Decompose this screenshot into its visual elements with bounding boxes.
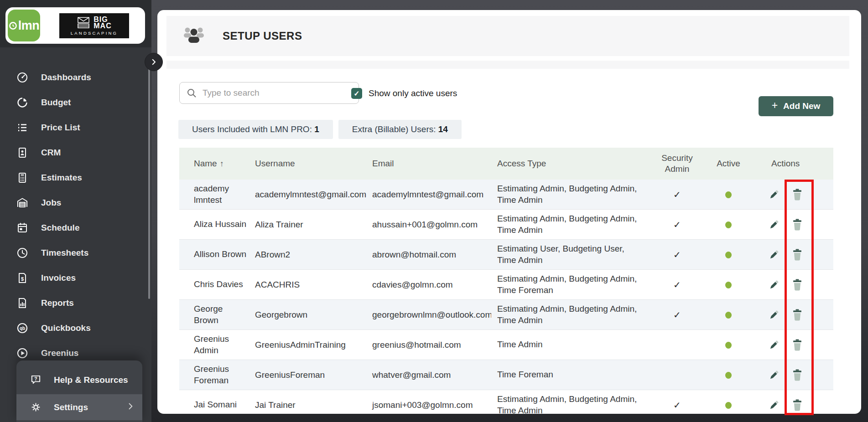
sidebar-bottom-card: ?Help & ResourcesSettings [16, 360, 142, 422]
sidebar-collapse-toggle[interactable] [145, 53, 163, 71]
email-cell: georgebrownlmn@outlook.com [366, 310, 491, 320]
table-row: Aliza HussainAliza Trainerahussain+001@g… [179, 210, 833, 240]
calendar-icon [16, 222, 28, 234]
active-cell [706, 190, 751, 200]
sidebar-item-schedule[interactable]: Schedule [0, 215, 151, 240]
edit-pencil-icon[interactable] [768, 399, 780, 412]
username-cell: Aliza Trainer [249, 220, 366, 230]
sidebar-item-settings[interactable]: Settings [16, 394, 142, 420]
column-header-email[interactable]: Email [366, 159, 491, 169]
email-cell: whatver@gmail.com [366, 370, 491, 380]
sidebar-item-label: Price List [41, 123, 80, 133]
sidebar-item-reports[interactable]: Reports [0, 290, 151, 315]
delete-trash-icon[interactable] [791, 369, 803, 381]
delete-trash-icon[interactable] [791, 248, 803, 261]
included-users-value: 1 [314, 124, 319, 134]
username-cell: Georgebrown [249, 310, 366, 320]
active-cell [706, 370, 751, 380]
actions-cell [751, 278, 833, 291]
user-name-cell: Greenius Foreman [179, 364, 249, 386]
delete-trash-icon[interactable] [791, 188, 803, 201]
edit-pencil-icon[interactable] [768, 248, 780, 261]
active-cell [706, 400, 751, 410]
gauge-icon [16, 72, 28, 83]
sidebar-item-jobs[interactable]: Jobs [0, 190, 151, 215]
svg-text:?: ? [34, 376, 37, 381]
sidebar-item-budget[interactable]: Budget [0, 90, 151, 115]
search-input[interactable] [203, 88, 348, 98]
report-icon [16, 297, 28, 309]
delete-trash-icon[interactable] [791, 339, 803, 351]
checkmark-icon: ✓ [673, 250, 681, 260]
search-icon [186, 87, 197, 98]
sidebar-item-label: Budget [41, 98, 71, 108]
delete-trash-icon[interactable] [791, 278, 803, 291]
active-status-dot [725, 252, 732, 258]
sidebar-item-estimates[interactable]: Estimates [0, 165, 151, 190]
main-panel: SETUP USERS ✓ Show only active users + A… [157, 10, 861, 414]
email-cell: greenius@hotmail.com [366, 340, 491, 350]
app-root: lmn BIG MAC LANDSCAPING DashboardsBudget… [0, 0, 868, 422]
active-users-checkbox[interactable]: ✓ [351, 88, 362, 99]
user-name-cell: Greenius Admin [179, 334, 249, 356]
sidebar-item-quickbooks[interactable]: qbQuickbooks [0, 315, 151, 340]
user-name-cell: Allison Brown [179, 249, 249, 260]
column-header-name[interactable]: Name ↑ [179, 159, 249, 169]
active-status-dot [725, 402, 732, 409]
svg-text:qb: qb [20, 325, 25, 330]
column-header-username[interactable]: Username [249, 159, 366, 169]
active-status-dot [725, 221, 732, 228]
active-cell [706, 310, 751, 320]
column-header-access-type[interactable]: Access Type [491, 159, 649, 169]
billable-users-badge: Extra (Billable) Users: 14 [338, 120, 462, 139]
help-bubble-icon: ? [30, 374, 42, 386]
security-admin-cell: ✓ [649, 249, 706, 260]
sidebar-item-crm[interactable]: CRM [0, 140, 151, 165]
security-admin-cell: ✓ [649, 309, 706, 320]
checkmark-icon: ✓ [673, 400, 681, 410]
sidebar-item-label: Invoices [41, 273, 76, 283]
edit-pencil-icon[interactable] [768, 188, 780, 201]
sidebar-item-label: Dashboards [41, 72, 91, 82]
edit-pencil-icon[interactable] [768, 278, 780, 291]
sidebar-item-help-resources[interactable]: ?Help & Resources [16, 366, 142, 394]
sidebar-item-invoices[interactable]: $Invoices [0, 265, 151, 290]
edit-pencil-icon[interactable] [768, 339, 780, 351]
sort-asc-icon: ↑ [220, 159, 224, 169]
sidebar-item-label: Estimates [41, 173, 82, 183]
edit-pencil-icon[interactable] [768, 218, 780, 231]
delete-trash-icon[interactable] [791, 399, 803, 412]
column-header-active[interactable]: Active [706, 159, 751, 169]
calculator-icon [16, 172, 28, 184]
edit-pencil-icon[interactable] [768, 369, 780, 381]
column-header-security-admin[interactable]: Security Admin [649, 153, 706, 175]
checkbox-label[interactable]: Show only active users [369, 88, 457, 98]
sidebar-item-price-list[interactable]: Price List [0, 115, 151, 140]
company-logo: BIG MAC LANDSCAPING [59, 13, 129, 38]
security-admin-cell: ✓ [649, 400, 706, 411]
security-admin-cell: ✓ [649, 219, 706, 230]
brand-name-line2: MAC [94, 23, 111, 29]
users-table-body: academy lmntestacademylmntest@gmail.coma… [179, 180, 833, 414]
table-row: George BrownGeorgebrowngeorgebrownlmn@ou… [179, 300, 833, 330]
sidebar-item-timesheets[interactable]: Timesheets [0, 240, 151, 265]
section-divider [166, 61, 849, 69]
edit-pencil-icon[interactable] [768, 309, 780, 321]
sidebar-scrollbar[interactable] [148, 62, 150, 299]
table-row: Jai SomaniJai Trainerjsomani+003@golmn.c… [179, 390, 833, 414]
sidebar-item-dashboards[interactable]: Dashboards [0, 65, 151, 90]
username-cell: ABrown2 [249, 250, 366, 260]
contact-card-icon [16, 147, 28, 159]
delete-trash-icon[interactable] [791, 218, 803, 231]
sidebar-item-label: Schedule [41, 223, 79, 233]
access-type-cell: Estimating Admin, Budgeting Admin, Time … [491, 390, 649, 414]
sidebar: lmn BIG MAC LANDSCAPING DashboardsBudget… [0, 0, 151, 422]
lmn-logo[interactable]: lmn [8, 10, 40, 41]
billable-users-value: 14 [438, 124, 448, 134]
delete-trash-icon[interactable] [791, 309, 803, 321]
security-admin-cell: ✓ [649, 189, 706, 200]
add-new-button[interactable]: + Add New [759, 96, 833, 116]
actions-cell [751, 309, 833, 321]
email-cell: academylmntest@gmail.com [366, 190, 491, 200]
svg-text:$: $ [21, 276, 24, 281]
